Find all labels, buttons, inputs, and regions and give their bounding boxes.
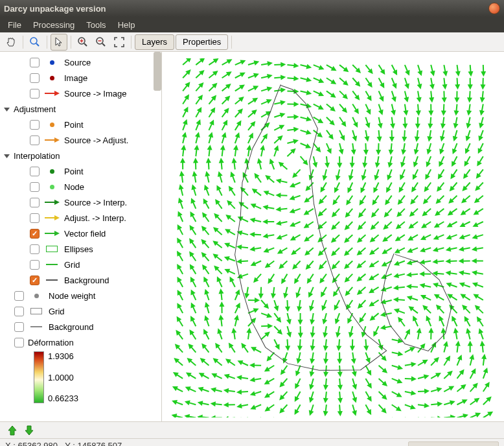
menu-help[interactable]: Help <box>113 19 141 31</box>
layer-label: Source <box>64 58 91 67</box>
point-icon <box>43 119 60 130</box>
map-viewport[interactable] <box>162 52 504 421</box>
rect-icon <box>43 244 60 254</box>
checkbox[interactable] <box>14 291 24 301</box>
tab-properties[interactable]: Properties <box>176 34 228 50</box>
layer-source-adjust[interactable]: Source -> Adjust. <box>1 132 160 148</box>
checkbox[interactable] <box>30 244 40 254</box>
checkbox[interactable] <box>30 213 40 223</box>
checkbox[interactable] <box>30 198 40 207</box>
layer-interp-background[interactable]: Background <box>1 272 160 288</box>
layer-interp-grid[interactable]: Grid <box>1 257 160 272</box>
layer-adjustment-point[interactable]: Point <box>1 117 160 132</box>
point-icon <box>43 166 60 176</box>
move-down-button[interactable] <box>23 425 35 436</box>
checkbox[interactable] <box>30 58 40 67</box>
svg-line-3 <box>84 43 87 46</box>
svg-marker-13 <box>54 137 60 143</box>
zoom-in-button[interactable] <box>74 34 91 51</box>
svg-marker-11 <box>4 108 10 112</box>
legend-gradient <box>34 351 44 403</box>
menu-file[interactable]: File <box>3 19 27 31</box>
layer-source-image[interactable]: Source -> Image <box>1 86 160 101</box>
group-adjustment[interactable]: Adjustment <box>1 101 160 117</box>
layer-label: Background <box>64 276 109 285</box>
legend-min: 0.66233 <box>48 393 78 403</box>
toolbar: Layers Properties <box>0 32 504 52</box>
close-button[interactable] <box>488 3 500 14</box>
arrow-icon <box>43 88 60 99</box>
svg-marker-20 <box>54 231 60 236</box>
layer-interp-node[interactable]: Node <box>1 179 160 194</box>
tab-layers[interactable]: Layers <box>135 34 174 50</box>
rect-icon <box>28 306 45 316</box>
fit-view-button[interactable] <box>111 34 128 51</box>
arrow-icon <box>43 213 60 223</box>
zoom-out-button[interactable] <box>93 34 109 51</box>
line-icon <box>43 259 60 270</box>
main-area: Source Image Source -> Image Adjustment <box>0 52 504 421</box>
move-up-button[interactable] <box>6 425 18 436</box>
svg-marker-14 <box>4 154 10 158</box>
layer-label: Grid <box>64 260 80 270</box>
select-tool-button[interactable] <box>51 34 67 51</box>
layer-label: Image <box>64 73 87 83</box>
statusbar: X : 65362.980 - Y : 145876.507 <box>0 438 504 446</box>
layer-adjust-interp[interactable]: Adjust. -> Interp. <box>1 210 160 226</box>
checkbox[interactable] <box>30 260 40 270</box>
scrollbar[interactable] <box>154 52 161 91</box>
layer-label: Ellipses <box>64 244 93 254</box>
layer-label: Source -> Image <box>64 89 126 99</box>
zoom-tool-button[interactable] <box>27 34 43 51</box>
layer-source[interactable]: Source <box>1 54 160 70</box>
layer-order-controls <box>0 421 504 438</box>
svg-point-0 <box>30 38 37 44</box>
point-icon <box>43 182 60 192</box>
menu-processing[interactable]: Processing <box>28 19 80 31</box>
layer-background[interactable]: Background <box>1 319 160 334</box>
layer-label: Grid <box>49 307 65 316</box>
layer-vector-field[interactable]: Vector field <box>1 226 160 241</box>
layer-label: Background <box>49 322 93 332</box>
checkbox[interactable] <box>14 322 24 332</box>
checkbox[interactable] <box>14 338 24 347</box>
layer-interp-point[interactable]: Point <box>1 163 160 179</box>
layer-deformation[interactable]: Déformation <box>1 334 160 350</box>
layer-label: Point <box>64 167 84 176</box>
layer-ellipses[interactable]: Ellipses <box>1 241 160 257</box>
layer-label: Adjust. -> Interp. <box>64 213 126 223</box>
checkbox[interactable] <box>30 120 40 130</box>
toolbar-separator <box>23 36 23 49</box>
layer-label: Vector field <box>64 229 106 239</box>
menubar: File Processing Tools Help <box>0 17 504 32</box>
toolbar-separator <box>131 36 132 49</box>
layer-label: Node <box>64 182 84 192</box>
layer-image[interactable]: Image <box>1 70 160 86</box>
layer-source-interp[interactable]: Source -> Interp. <box>1 194 160 210</box>
checkbox-checked[interactable] <box>30 229 40 239</box>
legend-mid: 1.0000 <box>48 373 78 382</box>
checkbox[interactable] <box>30 182 40 192</box>
checkbox[interactable] <box>14 307 24 316</box>
point-icon <box>28 290 45 301</box>
svg-line-1 <box>36 43 39 46</box>
checkbox[interactable] <box>30 167 40 176</box>
checkbox[interactable] <box>30 89 40 99</box>
svg-marker-18 <box>54 215 60 220</box>
checkbox[interactable] <box>30 73 40 83</box>
group-interpolation[interactable]: Interpolation <box>1 148 160 163</box>
checkbox[interactable] <box>30 135 40 145</box>
pan-tool-button[interactable] <box>3 34 19 51</box>
svg-marker-16 <box>54 200 60 205</box>
checkbox-checked[interactable] <box>30 276 40 285</box>
svg-marker-24 <box>25 426 33 435</box>
arrow-icon <box>43 228 60 239</box>
chevron-down-icon <box>4 106 10 112</box>
layer-node-weight[interactable]: Node weight <box>1 288 160 303</box>
svg-line-7 <box>102 43 105 46</box>
layers-panel: Source Image Source -> Image Adjustment <box>0 52 162 421</box>
layer-grid[interactable]: Grid <box>1 303 160 319</box>
menu-tools[interactable]: Tools <box>81 19 111 31</box>
svg-marker-23 <box>8 426 16 435</box>
layer-tree: Source Image Source -> Image Adjustment <box>0 52 161 406</box>
